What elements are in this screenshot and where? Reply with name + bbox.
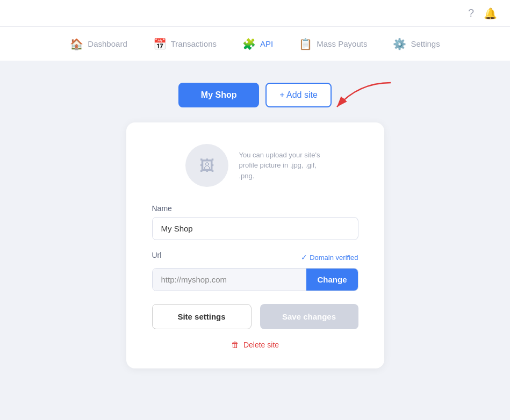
nav-label-mass-payouts: Mass Payouts [317, 39, 367, 48]
content-area: My Shop + Add site 🖼 You can upload your… [0, 61, 510, 390]
topbar: ? 🔔 [0, 0, 510, 27]
name-input[interactable] [152, 217, 358, 240]
avatar-section: 🖼 You can upload your site's profile pic… [152, 144, 358, 187]
trash-icon: 🗑 [231, 340, 239, 349]
my-shop-tab[interactable]: My Shop [178, 83, 259, 107]
settings-card: 🖼 You can upload your site's profile pic… [126, 122, 384, 368]
transactions-icon: 📅 [153, 38, 167, 50]
nav-item-mass-payouts[interactable]: 📋 Mass Payouts [299, 35, 367, 53]
avatar-hint-text: You can upload your site's profile pictu… [239, 150, 325, 182]
nav-item-settings[interactable]: ⚙️ Settings [393, 35, 440, 53]
settings-icon: ⚙️ [393, 38, 406, 50]
delete-row[interactable]: 🗑 Delete site [152, 340, 358, 349]
image-placeholder-icon: 🖼 [199, 157, 214, 175]
url-input[interactable] [153, 269, 307, 291]
name-label: Name [152, 204, 358, 213]
site-tabs: My Shop + Add site [178, 83, 332, 107]
check-icon: ✓ [301, 253, 307, 262]
nav-label-settings: Settings [411, 39, 440, 48]
site-settings-button[interactable]: Site settings [152, 304, 252, 329]
delete-label: Delete site [243, 341, 279, 349]
domain-verified-text: Domain verified [310, 254, 358, 262]
arrow-svg [326, 77, 396, 115]
url-input-row: Change [152, 268, 358, 291]
bell-icon[interactable]: 🔔 [484, 7, 497, 20]
url-label: Url [152, 251, 162, 259]
domain-verified-badge: ✓ Domain verified [301, 253, 358, 262]
dashboard-icon: 🏠 [70, 38, 83, 50]
avatar-upload[interactable]: 🖼 [185, 144, 228, 187]
help-icon[interactable]: ? [468, 7, 474, 19]
nav-label-api: API [260, 39, 273, 48]
save-changes-button[interactable]: Save changes [260, 304, 358, 329]
url-label-row: Url ✓ Domain verified [152, 251, 358, 264]
action-row: Site settings Save changes [152, 304, 358, 329]
name-field-group: Name [152, 204, 358, 251]
navbar: 🏠 Dashboard 📅 Transactions 🧩 API 📋 Mass … [0, 27, 510, 61]
url-field-group: Url ✓ Domain verified Change [152, 251, 358, 291]
nav-label-transactions: Transactions [171, 39, 217, 48]
nav-item-api[interactable]: 🧩 API [242, 35, 273, 53]
arrow-annotation [326, 77, 396, 117]
change-url-button[interactable]: Change [306, 269, 357, 291]
add-site-button[interactable]: + Add site [265, 83, 332, 107]
api-icon: 🧩 [242, 38, 256, 50]
mass-payouts-icon: 📋 [299, 38, 312, 50]
nav-item-transactions[interactable]: 📅 Transactions [153, 35, 217, 53]
nav-label-dashboard: Dashboard [88, 39, 127, 48]
nav-item-dashboard[interactable]: 🏠 Dashboard [70, 35, 127, 53]
